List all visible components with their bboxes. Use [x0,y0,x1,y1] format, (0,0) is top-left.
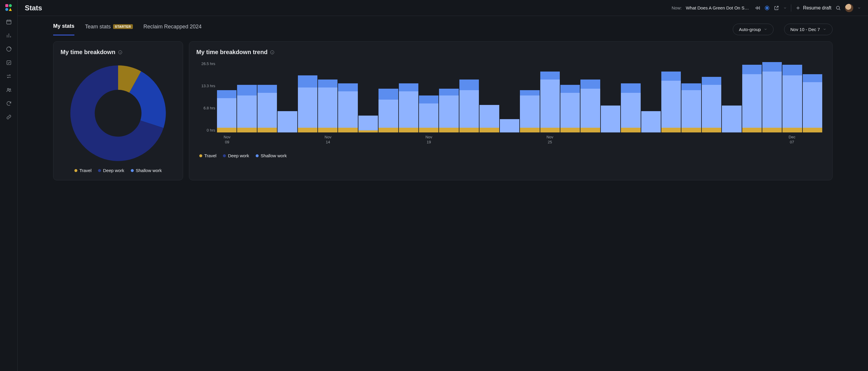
donut-chart [69,64,167,162]
bar-segment [298,76,317,87]
account-dropdown-icon[interactable] [857,6,861,10]
bar-column [540,61,560,133]
x-axis: Nov09Nov14Nov19Nov25Dec07 [217,135,822,147]
bar-segment [540,128,560,133]
bar-segment [762,72,782,128]
legend-shallow: Shallow work [131,168,162,173]
sync-icon[interactable] [6,101,12,107]
rewind-icon[interactable] [755,5,760,11]
bar-column [338,61,358,133]
bar-segment [681,90,701,128]
bar-segment [803,74,822,82]
bar-segment [782,65,802,76]
card-breakdown-title: My time breakdown [61,49,176,56]
bar-segment [661,128,681,133]
bar-segment [681,128,701,133]
stats-icon[interactable] [6,32,12,38]
resume-draft-label: Resume draft [803,5,831,11]
bar-column [702,61,721,133]
date-range-select[interactable]: Nov 10 - Dec 7 [784,24,833,35]
bar-segment [520,95,539,128]
y-tick: 13.3 hrs [202,84,215,88]
bar-segment [439,128,459,133]
bar-segment [581,89,600,127]
bar-segment [742,65,762,74]
tabs-row: My stats Team stats STARTER Reclaim Reca… [18,16,868,35]
sidebar [0,0,18,371]
bar-column [560,61,580,133]
info-icon[interactable] [270,50,275,55]
bar-column [257,61,277,133]
legend-deep: Deep work [223,153,249,158]
tab-my-stats-label: My stats [53,23,74,29]
dropdown-icon[interactable] [783,6,787,10]
bar-segment [399,128,418,133]
bar-segment [318,87,337,128]
card-breakdown: My time breakdown Travel Deep work Shall… [53,41,183,180]
bars-region [217,61,822,133]
bar-segment [601,106,620,133]
tab-my-stats[interactable]: My stats [53,23,74,35]
x-tick: Nov09 [224,135,230,145]
info-icon[interactable] [118,50,123,55]
bar-segment [217,98,237,128]
bar-segment [621,93,640,128]
tab-recapped[interactable]: Reclaim Recapped 2024 [144,24,202,35]
resume-draft-button[interactable]: Resume draft [795,5,831,11]
bar-column [298,61,317,133]
bar-segment [520,128,539,133]
bar-column [419,61,438,133]
now-playing-text[interactable]: What Does A Green Dot On So… [686,5,751,10]
record-icon[interactable] [764,5,770,11]
legend-travel: Travel [199,153,216,158]
progress-icon[interactable] [6,46,12,52]
main: Stats Now: What Does A Green Dot On So… … [18,0,868,371]
bar-column [742,61,762,133]
open-external-icon[interactable] [774,5,779,11]
bar-segment [378,99,398,128]
bar-column [237,61,256,133]
bar-segment [661,81,681,127]
people-icon[interactable] [6,87,12,93]
bar-column [520,61,539,133]
x-tick: Dec07 [788,135,795,145]
bar-column [803,61,822,133]
group-select[interactable]: Auto-group [733,24,774,35]
chevron-down-icon [823,28,826,31]
bar-column [581,61,600,133]
task-icon[interactable] [6,60,12,66]
bar-segment [803,82,822,128]
bar-segment [257,85,277,93]
bar-segment [479,105,499,128]
svg-rect-2 [7,61,11,64]
tab-team-stats[interactable]: Team stats STARTER [85,24,133,35]
bar-segment [419,128,438,133]
swap-icon[interactable] [6,73,12,79]
bar-column [359,61,378,133]
search-icon[interactable] [836,5,841,11]
bar-segment [419,104,438,128]
bar-column [782,61,802,133]
bar-segment [237,95,256,128]
bar-segment [338,91,358,127]
bar-column [762,61,782,133]
trend-chart: 26.5 hrs13.3 hrs6.8 hrs0 hrs Nov09Nov14N… [196,61,825,141]
bar-segment [500,119,519,133]
link-icon[interactable] [6,114,12,120]
bar-segment [762,62,782,72]
bar-column [681,61,701,133]
bar-segment [399,83,418,91]
bar-segment [560,93,580,128]
bar-column [601,61,620,133]
avatar[interactable] [845,4,853,12]
bar-segment [237,128,256,133]
app-logo[interactable] [5,4,12,11]
bar-segment [803,128,822,133]
bar-column [459,61,479,133]
bar-segment [359,116,378,131]
calendar-icon[interactable] [6,19,12,25]
page-title: Stats [25,4,42,12]
svg-point-6 [766,7,768,9]
cards-row: My time breakdown Travel Deep work Shall… [18,35,868,186]
starter-badge: STARTER [113,24,133,29]
